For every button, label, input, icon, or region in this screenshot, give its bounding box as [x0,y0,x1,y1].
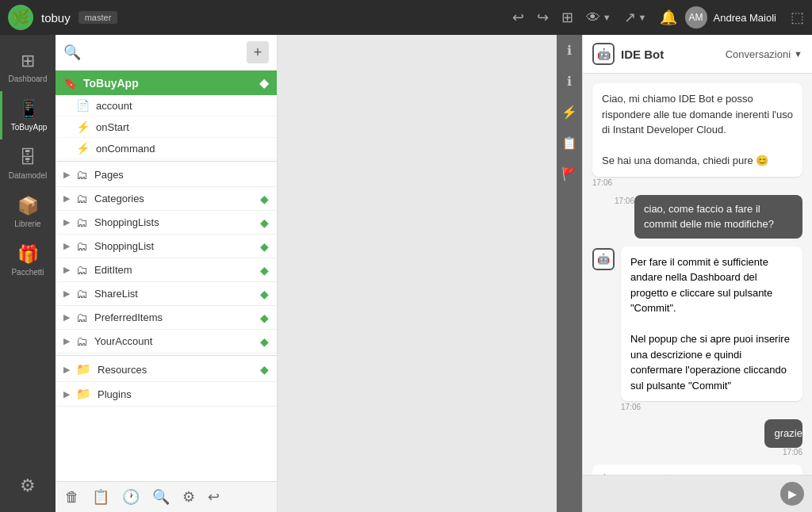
chevron-right-icon: ▶ [63,389,70,399]
group-header-shoppinglists[interactable]: ▶ 🗂 ShoppingLists ◆ [56,211,277,234]
main-layout: ⊞ Dashboard 📱 ToBuyApp 🗄 Datamodel 📦 Lib… [0,35,812,512]
group-label-plugins: Plugins [98,388,269,400]
branch-badge[interactable]: master [79,11,118,24]
undo-icon[interactable]: ↩ [208,488,220,506]
group-header-sharelist[interactable]: ▶ 🗂 ShareList ◆ [56,282,277,305]
plugins-icon: 📁 [76,387,91,401]
chat-send-button[interactable]: ▶ [780,482,804,506]
chat-time-3: 17:06 [621,403,802,411]
group-header-shoppinglist[interactable]: ▶ 🗂 ShoppingList ◆ [56,235,277,258]
chat-menu-arrow-icon: ▼ [794,49,802,59]
tree-group-categories: ▶ 🗂 Categories ◆ [56,187,277,211]
chat-message-2: ciao, come faccio a fare il commit delle… [592,195,802,239]
shoppinglists-badge: ◆ [260,216,269,229]
history-icon[interactable]: 🕐 [122,488,140,506]
user-name: Andrea Maioli [714,12,777,24]
sharelist-icon: 🗂 [76,287,88,300]
logout-icon[interactable]: ⬚ [791,9,804,26]
info-icon[interactable]: ℹ [567,43,572,58]
chevron-right-icon: ▶ [63,336,70,346]
sidebar-item-settings[interactable]: ⚙ [0,468,56,504]
chat-bubble-1: Ciao, mi chiamo IDE Bot e posso risponde… [592,83,802,177]
chat-bubble-2: ciao, come faccio a fare il commit delle… [634,195,802,239]
tree-root[interactable]: 🔖 ToBuyApp ◆ [56,71,277,95]
info2-icon[interactable]: ℹ [567,74,572,89]
flag-icon[interactable]: 🚩 [561,166,577,181]
copy-icon[interactable]: 📋 [92,488,109,506]
add-button[interactable]: + [247,41,269,63]
chat-input[interactable] [591,488,774,500]
bot-content: Per fare il commit è sufficiente andare … [621,246,802,412]
sidebar-item-pacchetti[interactable]: 🎁 Pacchetti [0,236,56,285]
shoppinglist-icon: 🗂 [76,239,88,253]
bot-avatar-icon: 🤖 [592,43,615,65]
grid-icon[interactable]: ⊞ [561,9,573,26]
tree-item-account[interactable]: 📄 account [56,95,277,117]
event-icon-2: ⚡ [76,142,90,155]
group-header-pages[interactable]: ▶ 🗂 Pages [56,163,277,186]
group-header-plugins[interactable]: ▶ 📁 Plugins [56,382,277,406]
tree-group-preferreditems: ▶ 🗂 PreferredItems ◆ [56,306,277,330]
chevron-right-icon: ▶ [63,170,70,180]
group-label-resources: Resources [98,364,254,376]
event-icon: ⚡ [76,120,90,133]
tree-group-shoppinglists: ▶ 🗂 ShoppingLists ◆ [56,211,277,235]
group-header-edititem[interactable]: ▶ 🗂 EditItem ◆ [56,258,277,281]
chat-menu[interactable]: Conversazioni ▼ [726,48,802,60]
chat-message-1: Ciao, mi chiamo IDE Bot e posso risponde… [592,83,802,187]
group-header-preferreditems[interactable]: ▶ 🗂 PreferredItems ◆ [56,306,277,329]
root-label: ToBuyApp [83,77,253,90]
youraccount-badge: ◆ [260,335,269,348]
tree-group-shoppinglist: ▶ 🗂 ShoppingList ◆ [56,235,277,258]
chat-header: 🤖 IDE Bot Conversazioni ▼ [583,35,812,74]
svg-text:🌿: 🌿 [12,9,30,26]
group-label-youraccount: YourAccount [94,335,254,347]
add-user-icon[interactable]: 🔔 [660,9,677,26]
doc-icon[interactable]: 📋 [561,136,577,151]
chat-bubble-5: È un piacere 😊 17:06 [592,464,802,476]
tree-group-pages: ▶ 🗂 Pages [56,163,277,187]
search-icon[interactable]: 🔍 [152,488,170,506]
dashboard-icon: ⊞ [21,51,35,71]
filetree-header: 🔍 + [56,35,277,71]
categories-icon: 🗂 [76,192,88,205]
chat-title: IDE Bot [621,48,719,61]
sidebar-item-tobuyapp[interactable]: 📱 ToBuyApp [0,91,56,139]
search-input[interactable] [87,46,240,59]
delete-icon[interactable]: 🗑 [65,489,79,506]
bot-avatar: 🤖 [592,248,615,270]
tree-item-oncommand[interactable]: ⚡ onCommand [56,138,277,159]
sidebar-item-librerie[interactable]: 📦 Librerie [0,188,56,236]
settings-icon[interactable]: ⚙ [182,488,195,506]
tree-group-resources: ▶ 📁 Resources ◆ [56,357,277,382]
group-label-categories: Categories [94,193,254,204]
edititem-icon: 🗂 [76,263,88,277]
undo-icon[interactable]: ↩ [512,9,524,26]
group-header-youraccount[interactable]: ▶ 🗂 YourAccount ◆ [56,330,277,353]
tree-group-plugins: ▶ 📁 Plugins [56,382,277,407]
shoppinglists-icon: 🗂 [76,216,88,229]
resources-badge: ◆ [260,363,269,376]
share-icon[interactable]: ↗ ▼ [624,9,647,26]
sidebar-item-datamodel[interactable]: 🗄 Datamodel [0,139,56,188]
preferreditems-badge: ◆ [260,311,269,324]
resources-icon: 📁 [76,362,91,376]
group-header-resources[interactable]: ▶ 📁 Resources ◆ [56,357,277,381]
redo-icon[interactable]: ↪ [537,9,549,26]
group-header-categories[interactable]: ▶ 🗂 Categories ◆ [56,187,277,210]
group-label-shoppinglists: ShoppingLists [94,216,254,228]
group-label-pages: Pages [94,169,269,181]
tree-group-sharelist: ▶ 🗂 ShareList ◆ [56,282,277,306]
shoppinglist-badge: ◆ [260,240,269,253]
tree-item-onstart[interactable]: ⚡ onStart [56,117,277,138]
chevron-right-icon: ▶ [63,288,70,299]
item-label-account: account [96,100,269,112]
package-icon: 🎁 [17,244,39,265]
eye-icon[interactable]: 👁 ▼ [586,10,611,26]
lightning-icon[interactable]: ⚡ [561,105,577,120]
group-label-preferreditems: PreferredItems [94,311,254,323]
chevron-right-icon: ▶ [63,265,70,275]
main-canvas [278,35,557,512]
avatar: AM [685,6,707,29]
sidebar-item-dashboard[interactable]: ⊞ Dashboard [0,43,56,91]
